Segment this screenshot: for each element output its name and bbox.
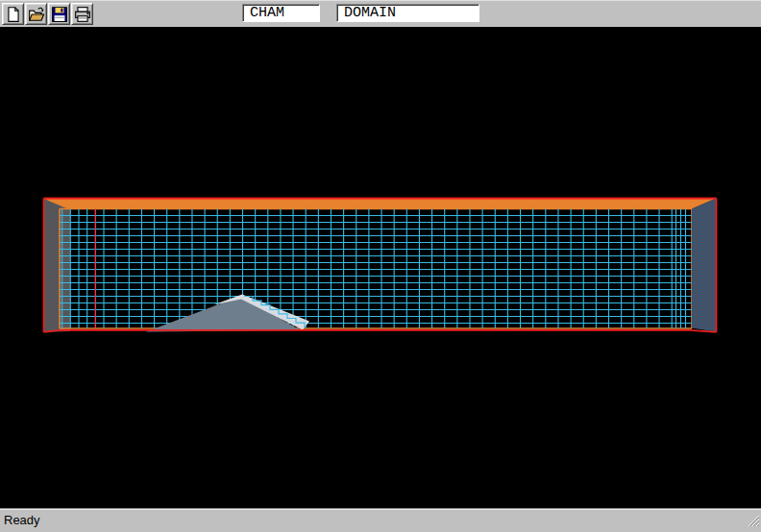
cham-field[interactable] xyxy=(242,4,320,22)
viewport[interactable] xyxy=(0,27,761,508)
domain-faces xyxy=(44,199,717,332)
domain-top-face xyxy=(44,199,717,209)
mesh-grid-lines xyxy=(60,209,692,329)
print-icon xyxy=(74,6,91,23)
mesh-canvas[interactable] xyxy=(0,27,761,508)
inlet-panel xyxy=(44,199,71,332)
print-button[interactable] xyxy=(71,3,93,25)
outlet-panel xyxy=(692,199,717,332)
open-folder-icon xyxy=(28,6,45,23)
resize-grip-icon[interactable] xyxy=(746,513,760,531)
domain-outline xyxy=(44,199,717,332)
domain-bottom-edge xyxy=(44,330,717,332)
hill-object xyxy=(146,295,309,332)
open-button[interactable] xyxy=(25,3,47,25)
new-document-icon xyxy=(5,6,22,23)
statusbar: Ready xyxy=(0,508,761,532)
save-button[interactable] xyxy=(48,3,70,25)
status-text: Ready xyxy=(4,513,40,527)
outlet-panel-group xyxy=(692,199,717,332)
save-icon xyxy=(51,6,68,23)
toolbar xyxy=(0,0,761,27)
domain-field[interactable] xyxy=(336,4,479,22)
new-button[interactable] xyxy=(2,3,24,25)
